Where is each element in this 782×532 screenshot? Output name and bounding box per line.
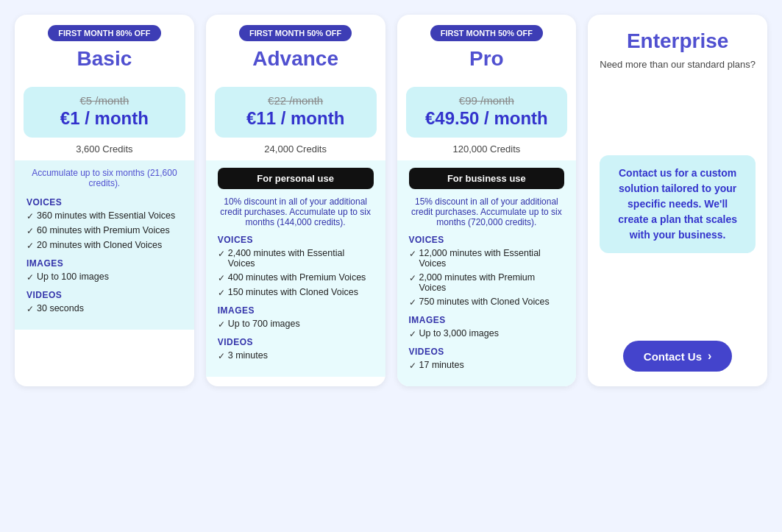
section-images-advance: IMAGES (218, 305, 374, 316)
feature-item: ✓750 minutes with Cloned Voices (409, 297, 565, 308)
credits-basic: 3,600 Credits (15, 143, 194, 155)
feature-item: ✓20 minutes with Cloned Voices (26, 240, 182, 251)
current-price-advance: €11 / month (225, 108, 366, 129)
feature-item: ✓150 minutes with Cloned Voices (218, 287, 374, 298)
contact-us-label: Contact Us (644, 350, 702, 363)
use-badge-pro: For business use (409, 168, 565, 189)
badge-advance: FIRST MONTH 50% OFF (239, 25, 352, 41)
feature-item: ✓Up to 700 images (218, 319, 374, 330)
original-price-pro: €99 /month (416, 94, 558, 107)
feature-item: ✓17 minutes (409, 360, 565, 371)
credits-pro: 120,000 Credits (397, 143, 577, 155)
price-box-pro: €99 /month €49.50 / month (406, 87, 568, 138)
plan-title-pro: Pro (409, 47, 565, 71)
plan-card-advance: FIRST MONTH 50% OFF Advance €22 /month €… (206, 15, 385, 386)
current-price-basic: €1 / month (34, 108, 175, 129)
badge-pro: FIRST MONTH 50% OFF (430, 25, 543, 41)
plan-header-basic: Basic (15, 47, 194, 79)
feature-item: ✓Up to 100 images (26, 272, 182, 283)
feature-item: ✓360 minutes with Essential Voices (26, 210, 182, 221)
pricing-grid: FIRST MONTH 80% OFF Basic €5 /month €1 /… (15, 15, 767, 386)
plan-body-advance: For personal use 10% discount in all of … (206, 160, 385, 377)
feature-item: ✓3 minutes (218, 350, 374, 361)
badge-basic: FIRST MONTH 80% OFF (48, 25, 160, 41)
plan-title-advance: Advance (218, 47, 374, 71)
section-videos-basic: VIDEOS (26, 290, 182, 300)
plan-card-pro: FIRST MONTH 50% OFF Pro €99 /month €49.5… (397, 15, 577, 386)
chevron-right-icon: › (708, 350, 711, 363)
discount-text-advance: 10% discount in all of your additional c… (218, 196, 374, 227)
section-images-pro: IMAGES (409, 315, 565, 325)
section-voices-pro: VOICES (409, 235, 565, 245)
feature-item: ✓60 minutes with Premium Voices (26, 225, 182, 236)
section-voices-advance: VOICES (218, 235, 374, 245)
section-voices-basic: VOICES (26, 197, 182, 208)
plan-header-advance: Advance (206, 47, 385, 79)
feature-item: ✓Up to 3,000 images (409, 328, 565, 339)
feature-item: ✓400 minutes with Premium Voices (218, 272, 374, 283)
enterprise-subtitle: Need more than our standard plans? (600, 59, 756, 70)
feature-item: ✓2,000 minutes with Premium Voices (409, 272, 565, 293)
feature-item: ✓12,000 minutes with Essential Voices (409, 248, 565, 269)
price-box-basic: €5 /month €1 / month (24, 87, 185, 138)
use-badge-advance: For personal use (218, 168, 374, 189)
plan-body-pro: For business use 15% discount in all of … (397, 160, 577, 386)
contact-us-button[interactable]: Contact Us › (623, 341, 733, 372)
discount-text-pro: 15% discount in all of your additional c… (409, 196, 565, 227)
accumulate-text-basic: Accumulate up to six months (21,600 cred… (26, 168, 182, 188)
section-videos-pro: VIDEOS (409, 347, 565, 357)
current-price-pro: €49.50 / month (416, 108, 558, 129)
price-box-advance: €22 /month €11 / month (215, 87, 377, 138)
plan-title-basic: Basic (26, 47, 182, 71)
original-price-basic: €5 /month (34, 94, 175, 107)
section-images-basic: IMAGES (26, 258, 182, 269)
feature-item: ✓2,400 minutes with Essential Voices (218, 248, 374, 269)
original-price-advance: €22 /month (225, 94, 366, 107)
enterprise-title: Enterprise (600, 29, 756, 53)
feature-item: ✓30 seconds (26, 303, 182, 314)
plan-card-basic: FIRST MONTH 80% OFF Basic €5 /month €1 /… (15, 15, 194, 386)
plan-header-pro: Pro (397, 47, 577, 79)
enterprise-cta-box: Contact us for a custom solution tailore… (600, 155, 756, 253)
plan-card-enterprise: Enterprise Need more than our standard p… (588, 15, 767, 386)
section-videos-advance: VIDEOS (218, 337, 374, 347)
enterprise-cta-text: Contact us for a custom solution tailore… (611, 166, 744, 243)
plan-body-basic: Accumulate up to six months (21,600 cred… (15, 160, 194, 330)
credits-advance: 24,000 Credits (206, 143, 385, 155)
